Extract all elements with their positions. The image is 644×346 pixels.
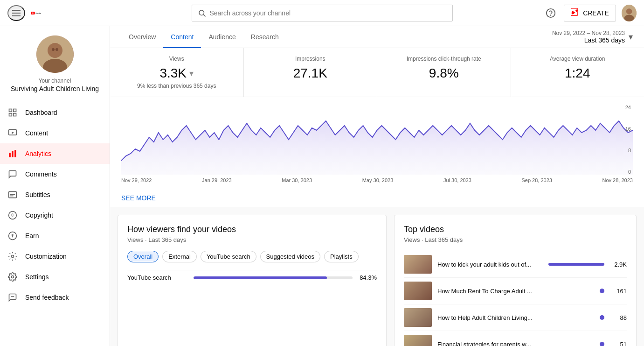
viewers-card-subtitle: Views · Last 365 days bbox=[127, 236, 377, 243]
svg-point-6 bbox=[551, 15, 551, 15]
settings-icon bbox=[7, 272, 18, 282]
svg-marker-26 bbox=[12, 132, 14, 134]
send-feedback-icon bbox=[7, 293, 18, 302]
x-label-2: Jan 29, 2023 bbox=[202, 177, 232, 183]
svg-rect-27 bbox=[9, 153, 11, 157]
chip-external[interactable]: External bbox=[162, 251, 197, 262]
traffic-bar bbox=[194, 276, 327, 279]
viewers-card: How viewers find your videos Views · Las… bbox=[118, 215, 387, 346]
sidebar-item-earn[interactable]: Earn bbox=[0, 226, 110, 246]
stat-avg-duration-value: 1:24 bbox=[522, 66, 633, 81]
date-range[interactable]: Nov 29, 2022 – Nov 28, 2023 Last 365 day… bbox=[552, 26, 633, 48]
channel-avatar[interactable] bbox=[36, 35, 74, 73]
hamburger-menu[interactable] bbox=[7, 5, 25, 21]
see-more-link[interactable]: SEE MORE bbox=[121, 189, 156, 207]
svg-point-14 bbox=[626, 8, 632, 14]
sidebar-item-send-feedback[interactable]: Send feedback bbox=[0, 287, 110, 308]
sidebar-item-customization[interactable]: Customization bbox=[0, 246, 110, 267]
avatar[interactable] bbox=[622, 5, 637, 21]
chip-suggested-videos[interactable]: Suggested videos bbox=[260, 251, 320, 262]
video-thumbnail-1 bbox=[404, 255, 432, 274]
date-range-sub: Nov 29, 2022 – Nov 28, 2023 bbox=[552, 30, 625, 36]
tab-overview[interactable]: Overview bbox=[121, 27, 163, 48]
y-label-24: 24 bbox=[625, 105, 631, 110]
filter-chips: Overall External YouTube search Suggeste… bbox=[127, 251, 377, 262]
stat-avg-duration: Average view duration 1:24 bbox=[511, 48, 644, 97]
header-right: ▶ CREATE bbox=[543, 5, 637, 21]
tab-audience[interactable]: Audience bbox=[201, 27, 243, 48]
traffic-bar-wrap bbox=[194, 276, 353, 279]
video-thumbnail-4 bbox=[404, 335, 432, 346]
chart-svg bbox=[121, 105, 633, 175]
chip-overall[interactable]: Overall bbox=[127, 251, 159, 262]
stat-ctr: Impressions click-through rate 9.8% bbox=[377, 48, 511, 97]
sidebar-item-analytics[interactable]: Analytics bbox=[0, 143, 110, 164]
sidebar-item-label-settings: Settings bbox=[25, 273, 49, 281]
search-input[interactable] bbox=[210, 9, 447, 17]
chip-playlists[interactable]: Playlists bbox=[324, 251, 359, 262]
table-row: How to Help Adult Children Living... 88 bbox=[404, 304, 627, 331]
copyright-icon: © bbox=[7, 211, 18, 220]
create-icon: ▶ bbox=[571, 8, 580, 18]
x-label-6: Sep 28, 2023 bbox=[521, 177, 552, 183]
sidebar-item-label-send-feedback: Send feedback bbox=[25, 294, 69, 301]
video-dot-2 bbox=[600, 289, 604, 293]
video-thumbnail-3 bbox=[404, 308, 432, 327]
svg-rect-23 bbox=[9, 113, 12, 116]
svg-point-17 bbox=[48, 43, 62, 58]
create-button[interactable]: ▶ CREATE bbox=[564, 5, 616, 21]
svg-point-39 bbox=[12, 276, 14, 278]
chart-x-labels: Nov 29, 2022 Jan 29, 2023 Mar 30, 2023 M… bbox=[121, 175, 633, 183]
channel-name: Surviving Adult Children Living bbox=[11, 85, 99, 92]
table-row: How Much Rent To Charge Adult ... 161 bbox=[404, 277, 627, 304]
stat-avg-duration-label: Average view duration bbox=[522, 56, 633, 62]
video-count-1: 2.9K bbox=[610, 261, 627, 268]
avatar-image bbox=[622, 5, 637, 21]
video-title-4: Financial strategies for parents w... bbox=[437, 341, 594, 346]
chip-youtube-search[interactable]: YouTube search bbox=[201, 251, 256, 262]
dashboard-icon bbox=[7, 108, 18, 117]
video-thumbnail-2 bbox=[404, 282, 432, 300]
date-range-label: Last 365 days bbox=[552, 36, 625, 44]
svg-line-4 bbox=[203, 14, 205, 16]
sidebar-item-copyright[interactable]: © Copyright bbox=[0, 205, 110, 226]
video-dot-3 bbox=[600, 315, 604, 320]
sidebar-item-label-dashboard: Dashboard bbox=[25, 109, 57, 116]
sidebar-item-label-comments: Comments bbox=[25, 170, 57, 178]
earn-icon bbox=[7, 231, 18, 240]
sidebar-item-comments[interactable]: Comments bbox=[0, 164, 110, 184]
stat-views-sub: 9% less than previous 365 days bbox=[121, 83, 232, 89]
sidebar-item-content[interactable]: Content bbox=[0, 123, 110, 143]
sidebar-item-label-content: Content bbox=[25, 129, 48, 137]
channel-label: Your channel bbox=[39, 78, 71, 84]
tab-research[interactable]: Research bbox=[243, 27, 286, 48]
sidebar-item-dashboard[interactable]: Dashboard bbox=[0, 102, 110, 123]
chart-y-labels: 24 16 8 0 bbox=[625, 105, 633, 175]
svg-point-38 bbox=[12, 255, 14, 258]
lower-section: How viewers find your videos Views · Las… bbox=[110, 207, 644, 346]
date-range-dropdown-icon[interactable]: ▾ bbox=[629, 32, 633, 42]
top-videos-subtitle: Views · Last 365 days bbox=[404, 236, 627, 243]
sidebar-item-settings[interactable]: Settings bbox=[0, 267, 110, 287]
header: Studio ▶ bbox=[0, 0, 644, 26]
svg-text:©: © bbox=[11, 213, 14, 218]
header-left: Studio bbox=[7, 5, 101, 21]
stat-views-value: 3.3K ▾ bbox=[121, 66, 232, 81]
tab-content[interactable]: Content bbox=[163, 27, 201, 48]
svg-text:Studio: Studio bbox=[35, 12, 42, 14]
traffic-pct: 84.3% bbox=[358, 274, 377, 281]
comments-icon bbox=[7, 169, 18, 179]
stat-impressions-label: Impressions bbox=[255, 56, 366, 62]
search-icon bbox=[198, 9, 206, 17]
svg-point-3 bbox=[199, 10, 204, 15]
search-bar bbox=[101, 5, 543, 21]
help-button[interactable] bbox=[543, 5, 558, 21]
create-label: CREATE bbox=[583, 9, 609, 17]
viewers-card-title: How viewers find your videos bbox=[127, 225, 377, 234]
content-icon bbox=[7, 128, 18, 138]
chart-wrap: 24 16 8 0 bbox=[121, 105, 633, 189]
logo[interactable]: Studio bbox=[31, 8, 44, 18]
help-icon bbox=[546, 8, 556, 18]
sidebar-item-subtitles[interactable]: Subtitles bbox=[0, 184, 110, 205]
body: Your channel Surviving Adult Children Li… bbox=[0, 26, 644, 346]
